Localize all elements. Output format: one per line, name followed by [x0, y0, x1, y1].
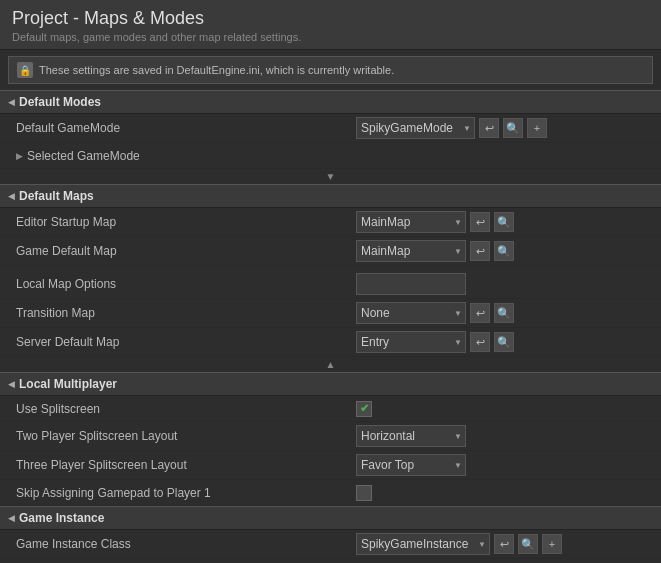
- control-game-instance-class: SpikyGameInstance ↩ 🔍 +: [356, 533, 653, 555]
- row-game-default-map: Game Default Map MainMap ↩ 🔍: [0, 237, 661, 266]
- control-game-default-map: MainMap ↩ 🔍: [356, 240, 653, 262]
- page-container: Project - Maps & Modes Default maps, gam…: [0, 0, 661, 563]
- label-local-map-options: Local Map Options: [16, 277, 356, 291]
- row-use-splitscreen: Use Splitscreen ✔: [0, 396, 661, 422]
- label-text-selected-gamemode: Selected GameMode: [27, 149, 140, 163]
- label-two-player-layout: Two Player Splitscreen Layout: [16, 429, 356, 443]
- control-default-gamemode: SpikyGameMode ↩ 🔍 +: [356, 117, 653, 139]
- section-game-instance[interactable]: ◀ Game Instance: [0, 506, 661, 530]
- row-editor-startup-map: Editor Startup Map MainMap ↩ 🔍: [0, 208, 661, 237]
- scroll-indicator-2: ▲: [0, 357, 661, 372]
- scroll-indicator-1: ▼: [0, 169, 661, 184]
- arrow-btn-server-default-map[interactable]: ↩: [470, 332, 490, 352]
- dropdown-wrapper-server-default-map[interactable]: Entry: [356, 331, 466, 353]
- checkbox-skip-gamepad[interactable]: [356, 485, 372, 501]
- expand-arrow-selected-gamemode: ▶: [16, 151, 23, 161]
- dropdown-wrapper-editor-startup-map[interactable]: MainMap: [356, 211, 466, 233]
- control-transition-map: None ↩ 🔍: [356, 302, 653, 324]
- row-three-player-layout: Three Player Splitscreen Layout Favor To…: [0, 451, 661, 480]
- dropdown-wrapper-transition-map[interactable]: None: [356, 302, 466, 324]
- section-title-game-instance: Game Instance: [19, 511, 104, 525]
- label-transition-map: Transition Map: [16, 306, 356, 320]
- dropdown-three-player-layout[interactable]: Favor Top Favor Bottom: [356, 454, 466, 476]
- add-btn-game-instance-class[interactable]: +: [542, 534, 562, 554]
- dropdown-game-instance-class[interactable]: SpikyGameInstance: [356, 533, 490, 555]
- control-skip-gamepad: [356, 485, 653, 501]
- settings-body: ◀ Default Modes Default GameMode SpikyGa…: [0, 90, 661, 563]
- section-title-local-multiplayer: Local Multiplayer: [19, 377, 117, 391]
- row-skip-gamepad: Skip Assigning Gamepad to Player 1: [0, 480, 661, 506]
- scroll-down-arrow-1: ▼: [326, 171, 336, 182]
- section-title-default-maps: Default Maps: [19, 189, 94, 203]
- scroll-up-arrow-2: ▲: [326, 359, 336, 370]
- search-btn-game-default-map[interactable]: 🔍: [494, 241, 514, 261]
- checkbox-use-splitscreen[interactable]: ✔: [356, 401, 372, 417]
- row-transition-map: Transition Map None ↩ 🔍: [0, 299, 661, 328]
- section-arrow-local-multiplayer: ◀: [8, 379, 15, 389]
- row-server-default-map: Server Default Map Entry ↩ 🔍: [0, 328, 661, 357]
- section-default-maps[interactable]: ◀ Default Maps: [0, 184, 661, 208]
- page-title: Project - Maps & Modes: [12, 8, 649, 29]
- dropdown-editor-startup-map[interactable]: MainMap: [356, 211, 466, 233]
- add-btn-default-gamemode[interactable]: +: [527, 118, 547, 138]
- search-btn-game-instance-class[interactable]: 🔍: [518, 534, 538, 554]
- label-use-splitscreen: Use Splitscreen: [16, 402, 356, 416]
- section-local-multiplayer[interactable]: ◀ Local Multiplayer: [0, 372, 661, 396]
- label-skip-gamepad: Skip Assigning Gamepad to Player 1: [16, 486, 356, 500]
- row-selected-gamemode[interactable]: ▶ Selected GameMode: [0, 143, 661, 169]
- dropdown-wrapper-game-instance-class[interactable]: SpikyGameInstance: [356, 533, 490, 555]
- arrow-btn-default-gamemode[interactable]: ↩: [479, 118, 499, 138]
- label-three-player-layout: Three Player Splitscreen Layout: [16, 458, 356, 472]
- info-bar-text: These settings are saved in DefaultEngin…: [39, 64, 394, 76]
- label-default-gamemode: Default GameMode: [16, 121, 356, 135]
- section-arrow-game-instance: ◀: [8, 513, 15, 523]
- row-default-gamemode: Default GameMode SpikyGameMode ↩ 🔍 +: [0, 114, 661, 143]
- section-default-modes[interactable]: ◀ Default Modes: [0, 90, 661, 114]
- dropdown-server-default-map[interactable]: Entry: [356, 331, 466, 353]
- arrow-btn-game-default-map[interactable]: ↩: [470, 241, 490, 261]
- dropdown-game-default-map[interactable]: MainMap: [356, 240, 466, 262]
- arrow-btn-transition-map[interactable]: ↩: [470, 303, 490, 323]
- label-server-default-map: Server Default Map: [16, 335, 356, 349]
- dropdown-default-gamemode[interactable]: SpikyGameMode: [356, 117, 475, 139]
- label-editor-startup-map: Editor Startup Map: [16, 215, 356, 229]
- search-btn-default-gamemode[interactable]: 🔍: [503, 118, 523, 138]
- section-arrow-default-modes: ◀: [8, 97, 15, 107]
- label-game-default-map: Game Default Map: [16, 244, 356, 258]
- search-btn-server-default-map[interactable]: 🔍: [494, 332, 514, 352]
- control-server-default-map: Entry ↩ 🔍: [356, 331, 653, 353]
- dropdown-wrapper-two-player-layout[interactable]: Horizontal Vertical: [356, 425, 466, 447]
- dropdown-wrapper-three-player-layout[interactable]: Favor Top Favor Bottom: [356, 454, 466, 476]
- dropdown-wrapper-game-default-map[interactable]: MainMap: [356, 240, 466, 262]
- dropdown-transition-map[interactable]: None: [356, 302, 466, 324]
- info-bar: 🔒 These settings are saved in DefaultEng…: [8, 56, 653, 84]
- control-use-splitscreen: ✔: [356, 401, 653, 417]
- dropdown-wrapper-default-gamemode[interactable]: SpikyGameMode: [356, 117, 475, 139]
- row-game-instance-class: Game Instance Class SpikyGameInstance ↩ …: [0, 530, 661, 559]
- section-title-default-modes: Default Modes: [19, 95, 101, 109]
- input-local-map-options[interactable]: [356, 273, 466, 295]
- control-three-player-layout: Favor Top Favor Bottom: [356, 454, 653, 476]
- dropdown-two-player-layout[interactable]: Horizontal Vertical: [356, 425, 466, 447]
- page-subtitle: Default maps, game modes and other map r…: [12, 31, 649, 43]
- control-two-player-layout: Horizontal Vertical: [356, 425, 653, 447]
- row-local-map-options: Local Map Options: [0, 270, 661, 299]
- label-selected-gamemode: ▶ Selected GameMode: [16, 149, 356, 163]
- lock-icon: 🔒: [17, 62, 33, 78]
- search-btn-editor-startup-map[interactable]: 🔍: [494, 212, 514, 232]
- control-editor-startup-map: MainMap ↩ 🔍: [356, 211, 653, 233]
- search-btn-transition-map[interactable]: 🔍: [494, 303, 514, 323]
- page-header: Project - Maps & Modes Default maps, gam…: [0, 0, 661, 50]
- arrow-btn-game-instance-class[interactable]: ↩: [494, 534, 514, 554]
- control-local-map-options: [356, 273, 653, 295]
- checkbox-check-use-splitscreen: ✔: [360, 402, 369, 415]
- row-two-player-layout: Two Player Splitscreen Layout Horizontal…: [0, 422, 661, 451]
- arrow-btn-editor-startup-map[interactable]: ↩: [470, 212, 490, 232]
- section-arrow-default-maps: ◀: [8, 191, 15, 201]
- label-game-instance-class: Game Instance Class: [16, 537, 356, 551]
